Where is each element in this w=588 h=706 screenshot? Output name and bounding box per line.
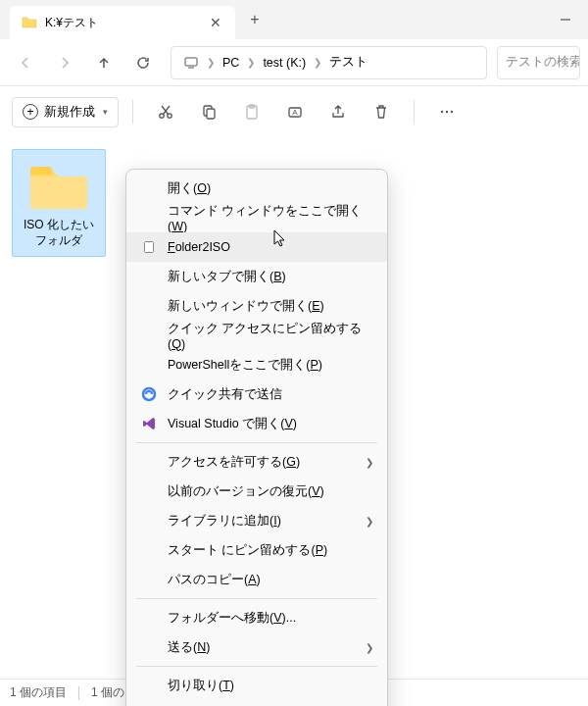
ctx-copy-path[interactable]: パスのコピー(A) — [126, 565, 387, 594]
ctx-pin-start[interactable]: スタート にピン留めする(P) — [126, 535, 387, 565]
folder-label: ISO 化したいフォルダ — [17, 217, 101, 252]
divider — [136, 442, 377, 443]
ctx-open[interactable]: 開く(O) — [126, 174, 387, 203]
chevron-right-icon: ❯ — [366, 516, 373, 527]
titlebar: K:¥テスト ✕ + — [0, 0, 588, 39]
svg-point-15 — [143, 388, 155, 400]
ctx-cut[interactable]: 切り取り(T) — [126, 671, 387, 700]
chevron-right-icon[interactable]: ❯ — [247, 57, 255, 68]
ctx-grant-access[interactable]: アクセスを許可する(G)❯ — [126, 447, 387, 477]
divider — [78, 686, 79, 700]
ctx-powershell[interactable]: PowerShellをここで開く(P) — [126, 350, 387, 379]
chevron-down-icon: ▾ — [103, 107, 108, 117]
delete-button[interactable] — [363, 93, 400, 130]
up-button[interactable] — [86, 45, 122, 80]
svg-point-11 — [441, 111, 443, 113]
breadcrumb[interactable]: ❯ PC ❯ test (K:) ❯ テスト — [171, 46, 487, 79]
status-items: 1 個の項目 — [10, 684, 67, 701]
refresh-button[interactable] — [125, 45, 161, 80]
share-button[interactable] — [319, 93, 357, 130]
folder-icon — [27, 160, 90, 211]
toolbar: + 新規作成 ▾ A — [0, 86, 588, 137]
ctx-cmd-window[interactable]: コマンド ウィンドウをここで開く(W) — [126, 203, 387, 232]
ctx-folder2iso[interactable]: Folder2ISO — [126, 232, 387, 262]
ctx-add-library[interactable]: ライブラリに追加(I)❯ — [126, 506, 387, 535]
crumb-drive[interactable]: test (K:) — [257, 47, 312, 78]
pc-icon[interactable] — [177, 47, 205, 78]
new-button[interactable]: + 新規作成 ▾ — [12, 97, 119, 127]
ctx-restore-previous[interactable]: 以前のバージョンの復元(V) — [126, 477, 387, 506]
chevron-right-icon[interactable]: ❯ — [207, 57, 215, 68]
ctx-quickshare[interactable]: クイック共有で送信 — [126, 379, 387, 409]
ctx-move-to-folder[interactable]: フォルダーへ移動(V)... — [126, 603, 387, 632]
tab[interactable]: K:¥テスト ✕ — [10, 6, 235, 39]
back-button[interactable] — [8, 45, 43, 80]
svg-text:A: A — [292, 108, 298, 117]
forward-button[interactable] — [47, 45, 82, 80]
divider — [132, 100, 133, 124]
svg-point-12 — [446, 111, 448, 113]
ctx-new-window[interactable]: 新しいウィンドウで開く(E) — [126, 291, 387, 321]
new-tab-button[interactable]: + — [239, 4, 270, 35]
visual-studio-icon — [140, 415, 158, 432]
cut-button[interactable] — [147, 93, 184, 130]
search-input[interactable]: テストの検索 — [497, 46, 580, 79]
divider — [414, 100, 415, 124]
ctx-visual-studio[interactable]: Visual Studio で開く(V) — [126, 409, 387, 438]
search-placeholder: テストの検索 — [506, 54, 580, 71]
new-label: 新規作成 — [44, 104, 95, 121]
status-selected: 1 個の — [91, 684, 124, 701]
document-icon — [140, 238, 158, 256]
ctx-new-tab[interactable]: 新しいタブで開く(B) — [126, 262, 387, 291]
quickshare-icon — [140, 385, 158, 403]
chevron-right-icon: ❯ — [366, 642, 373, 653]
close-icon[interactable]: ✕ — [208, 15, 223, 30]
rename-button[interactable]: A — [276, 93, 314, 130]
svg-rect-14 — [145, 242, 154, 253]
ctx-pin-quick-access[interactable]: クイック アクセスにピン留めする(Q) — [126, 321, 387, 350]
crumb-folder[interactable]: テスト — [323, 47, 373, 78]
copy-button[interactable] — [190, 93, 227, 130]
divider — [136, 598, 377, 599]
context-menu: 開く(O) コマンド ウィンドウをここで開く(W) Folder2ISO 新しい… — [125, 169, 388, 706]
ctx-send-to[interactable]: 送る(N)❯ — [126, 632, 387, 662]
chevron-right-icon[interactable]: ❯ — [314, 57, 321, 68]
folder-icon — [22, 15, 37, 30]
more-button[interactable] — [428, 93, 466, 130]
divider — [136, 666, 377, 667]
navbar: ❯ PC ❯ test (K:) ❯ テスト テストの検索 — [0, 39, 588, 86]
tab-title: K:¥テスト — [45, 15, 200, 31]
chevron-right-icon: ❯ — [366, 457, 373, 468]
minimize-button[interactable] — [543, 4, 588, 35]
svg-rect-6 — [207, 109, 215, 119]
ctx-copy[interactable]: コピー(C) — [126, 700, 387, 706]
folder-item[interactable]: ISO 化したいフォルダ — [12, 149, 106, 257]
crumb-pc[interactable]: PC — [217, 47, 245, 78]
svg-rect-1 — [185, 58, 197, 66]
plus-icon: + — [23, 104, 38, 120]
svg-point-13 — [451, 111, 453, 113]
paste-button[interactable] — [233, 93, 270, 130]
